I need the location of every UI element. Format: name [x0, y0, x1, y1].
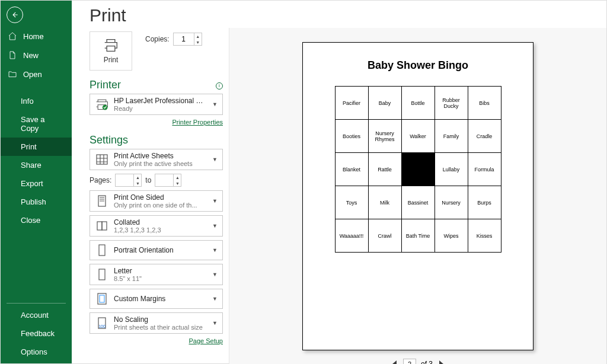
copies-label: Copies:: [145, 35, 170, 43]
bingo-cell: Toys: [335, 186, 368, 219]
printer-selector[interactable]: HP LaserJet Professional P 1... Ready ▼: [90, 94, 223, 115]
sheets-icon: [95, 152, 109, 167]
pages-to-input[interactable]: [155, 174, 173, 186]
copies-spinner[interactable]: ▲ ▼: [173, 33, 202, 46]
sides-selector[interactable]: Print One Sided Only print on one side o…: [90, 190, 223, 212]
bingo-cell: Waaaaa!!!: [335, 219, 368, 253]
margins-selector[interactable]: Custom Margins ▼: [90, 289, 223, 309]
print-button-row: Print Copies: ▲ ▼: [90, 31, 223, 71]
page-setup-link[interactable]: Page Setup: [90, 337, 223, 344]
next-page-button[interactable]: [437, 360, 445, 364]
svg-rect-1: [97, 155, 107, 164]
pages-to-spinner[interactable]: ▲▼: [155, 174, 181, 187]
scaling-selector[interactable]: 100 No Scaling Print sheets at their act…: [90, 312, 223, 334]
printer-section-title-text: Printer: [90, 79, 121, 91]
combo-sub: Only print on one side of th...: [114, 202, 205, 209]
printer-info-icon[interactable]: i: [216, 82, 223, 90]
combo-title: Collated: [114, 218, 205, 226]
bingo-cell: Rattle: [368, 153, 401, 186]
prev-page-button[interactable]: [391, 360, 398, 364]
bingo-cell: Kisses: [468, 219, 501, 253]
print-preview-panel: Baby Shower Bingo Pacifier Baby Bottle R…: [229, 28, 606, 364]
chevron-down-icon: ▼: [210, 198, 220, 204]
svg-rect-5: [99, 245, 105, 256]
copies-down-icon[interactable]: ▼: [194, 39, 202, 45]
sidebar-item-label: Options: [21, 347, 47, 356]
sidebar-item-export[interactable]: Export: [1, 174, 72, 193]
orientation-selector[interactable]: Portrait Orientation ▼: [90, 240, 223, 260]
print-button[interactable]: Print: [90, 31, 132, 71]
chevron-down-icon: ▼: [210, 247, 220, 253]
svg-rect-3: [97, 222, 102, 230]
sidebar-item-info[interactable]: Info: [1, 92, 72, 110]
pages-row: Pages: ▲▼ to ▲▼: [90, 174, 223, 187]
back-button[interactable]: [7, 7, 23, 23]
copies-up-icon[interactable]: ▲: [194, 33, 202, 39]
bingo-row: Waaaaa!!! Crawl Bath Time Wipes Kisses: [335, 219, 501, 253]
combo-title: Portrait Orientation: [114, 246, 205, 254]
preview-page: Baby Shower Bingo Pacifier Baby Bottle R…: [302, 42, 533, 350]
combo-sub: Only print the active sheets: [114, 160, 205, 167]
sidebar-item-label: Feedback: [21, 329, 55, 338]
up-icon[interactable]: ▲: [134, 174, 141, 180]
sidebar-item-options[interactable]: Options: [7, 343, 66, 361]
bingo-cell: Burps: [468, 186, 501, 219]
combo-title: Letter: [114, 267, 205, 275]
chevron-down-icon: ▼: [210, 101, 220, 107]
sidebar-item-close[interactable]: Close: [1, 211, 72, 229]
combo-title: Print One Sided: [114, 193, 205, 202]
svg-marker-14: [439, 360, 443, 364]
chevron-down-icon: ▼: [210, 272, 220, 277]
document-title: Baby Shower Bingo: [368, 59, 468, 72]
sidebar-item-new[interactable]: New: [1, 46, 72, 65]
svg-rect-4: [102, 222, 107, 230]
sidebar-bottom-group: Account Feedback Options: [7, 303, 66, 361]
svg-rect-8: [100, 295, 104, 302]
down-icon[interactable]: ▼: [134, 180, 141, 186]
sidebar-item-label: Save a Copy: [21, 115, 65, 133]
bingo-cell: Booties: [335, 120, 368, 153]
svg-rect-6: [99, 269, 105, 280]
printer-status-icon: [95, 97, 109, 111]
combo-title: Custom Margins: [114, 295, 205, 303]
sidebar-item-account[interactable]: Account: [7, 306, 66, 324]
combo-sub: 1,2,3 1,2,3 1,2,3: [114, 226, 205, 234]
printer-properties-link[interactable]: Printer Properties: [90, 119, 223, 126]
chevron-down-icon: ▼: [210, 296, 220, 302]
bingo-cell: Baby: [368, 87, 401, 120]
one-sided-icon: [95, 194, 109, 208]
sidebar-item-publish[interactable]: Publish: [1, 193, 72, 211]
bingo-cell: Bottle: [401, 87, 435, 120]
bingo-cell: Crawl: [368, 219, 401, 253]
sidebar-item-share[interactable]: Share: [1, 156, 72, 174]
sidebar-item-home[interactable]: Home: [1, 27, 72, 46]
bingo-row: Blanket Rattle Lullaby Formula: [335, 153, 501, 186]
paper-size-selector[interactable]: Letter 8.5" x 11" ▼: [90, 264, 223, 285]
scaling-icon: 100: [95, 316, 109, 330]
app-root: Home New Open Info Save a Copy Print Sha…: [0, 0, 607, 364]
combo-title: No Scaling: [114, 315, 205, 324]
print-what-selector[interactable]: Print Active Sheets Only print the activ…: [90, 149, 223, 170]
chevron-down-icon: ▼: [210, 157, 220, 162]
sidebar-item-label: Open: [23, 70, 42, 79]
settings-section-title-text: Settings: [90, 134, 128, 146]
sidebar-item-open[interactable]: Open: [1, 65, 72, 84]
sidebar-item-feedback[interactable]: Feedback: [7, 324, 66, 343]
sidebar-item-save-copy[interactable]: Save a Copy: [1, 110, 72, 138]
down-icon[interactable]: ▼: [174, 180, 181, 186]
page-title: Print: [90, 5, 589, 25]
combo-sub: 8.5" x 11": [114, 275, 205, 282]
bingo-free-cell: [401, 153, 435, 186]
sidebar-item-label: Home: [23, 32, 44, 41]
margins-icon: [95, 292, 109, 306]
pages-from-input[interactable]: [116, 174, 133, 186]
home-icon: [8, 31, 17, 41]
pages-from-spinner[interactable]: ▲▼: [115, 174, 142, 187]
copies-input[interactable]: [174, 33, 194, 45]
current-page-input[interactable]: [403, 359, 416, 364]
printer-section-title: Printer i: [90, 79, 223, 91]
collation-selector[interactable]: Collated 1,2,3 1,2,3 1,2,3 ▼: [90, 215, 223, 237]
up-icon[interactable]: ▲: [174, 174, 181, 180]
sidebar-item-print[interactable]: Print: [1, 138, 72, 156]
bingo-row: Toys Milk Bassinet Nursery Burps: [335, 186, 501, 219]
